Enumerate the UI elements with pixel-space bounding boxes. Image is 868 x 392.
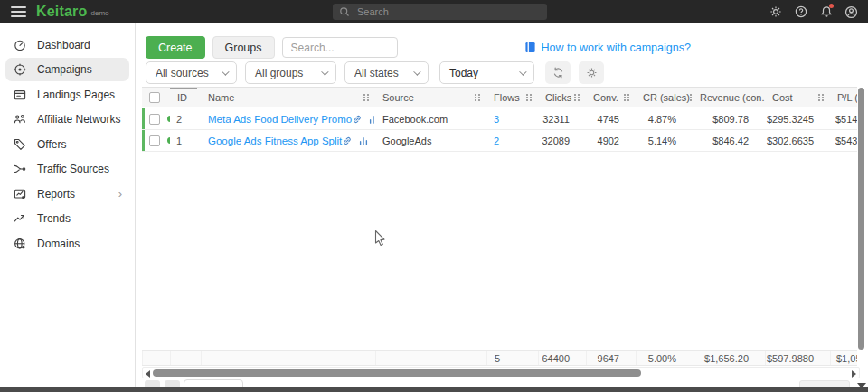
chevron-down-icon	[519, 68, 526, 75]
cell-id: 1	[170, 130, 201, 151]
sidebar-item-label: Affiliate Networks	[37, 113, 120, 126]
campaign-link-icon[interactable]	[342, 135, 353, 146]
select-all-checkbox[interactable]	[149, 92, 160, 103]
sidebar-item-label: Campaigns	[37, 63, 92, 76]
book-icon	[524, 42, 536, 53]
cell-cost: $302.6635	[765, 130, 830, 151]
totals-pl: $1,05	[830, 351, 857, 365]
global-search[interactable]	[333, 4, 547, 20]
date-range-select[interactable]: Today	[439, 61, 534, 84]
campaign-name-link[interactable]: Meta Ads Food Delivery Promo	[208, 114, 352, 125]
cell-flows: 2	[486, 130, 538, 151]
totals-flows: 5	[486, 351, 538, 365]
header-cell-checkbox	[142, 88, 170, 107]
header-cell-source[interactable]: Source	[375, 88, 486, 107]
column-drag-handle-icon[interactable]	[475, 94, 480, 101]
column-drag-handle-icon[interactable]	[624, 94, 629, 101]
horizontal-scrollbar[interactable]	[142, 367, 860, 378]
totals-cost: $597.9880	[765, 351, 830, 365]
horizontal-scrollbar-thumb[interactable]	[153, 369, 641, 377]
refresh-button[interactable]	[545, 61, 571, 84]
table-row[interactable]: 1 Google Ads Fitness App Split GoogleAds…	[142, 130, 857, 152]
sidebar-item-traffic-sources[interactable]: Traffic Sources	[5, 157, 129, 181]
sidebar-item-label: Domains	[37, 238, 80, 250]
search-icon	[339, 6, 350, 17]
sidebar-item-reports[interactable]: Reports ›	[5, 182, 129, 206]
cell-flows: 3	[486, 108, 538, 129]
header-cell-cost[interactable]: Cost	[765, 88, 830, 107]
chevron-down-icon	[222, 68, 229, 75]
topbar: Keitaro demo	[0, 0, 868, 23]
table-row[interactable]: 2 Meta Ads Food Delivery Promo Facebook.…	[142, 108, 857, 130]
chevron-down-icon	[413, 68, 420, 75]
cell-clicks: 32311	[538, 108, 586, 129]
header-cell-name[interactable]: Name	[201, 88, 375, 107]
settings-gear-icon[interactable]	[768, 5, 783, 20]
row-checkbox[interactable]	[149, 135, 160, 146]
campaign-name-link[interactable]: Google Ads Fitness App Split	[208, 135, 342, 146]
totals-empty	[170, 351, 201, 365]
header-cell-pl[interactable]: P/L (	[830, 88, 857, 107]
totals-cr: 5.00%	[636, 351, 693, 365]
sidebar-item-label: Offers	[37, 138, 66, 151]
sidebar-item-label: Dashboard	[37, 39, 90, 51]
notification-badge	[829, 4, 834, 8]
sources-filter-select[interactable]: All sources	[146, 61, 237, 84]
header-cell-id[interactable]: ID	[170, 88, 201, 107]
notifications-bell-icon[interactable]	[818, 5, 834, 20]
column-drag-handle-icon[interactable]	[363, 94, 369, 101]
date-range-value: Today	[449, 67, 478, 79]
sidebar-item-label: Landings Pages	[37, 89, 115, 101]
totals-clicks: 64400	[538, 351, 586, 365]
sidebar-item-label: Traffic Sources	[37, 163, 109, 175]
groups-filter-select[interactable]: All groups	[245, 61, 336, 84]
help-icon[interactable]	[793, 5, 808, 20]
column-drag-handle-icon[interactable]	[574, 94, 580, 101]
table-header: ID Name Source Flows Clicks Conv. CR (sa…	[142, 87, 857, 107]
sidebar-item-offers[interactable]: Offers	[5, 133, 129, 156]
scroll-left-arrow-icon[interactable]	[146, 370, 150, 378]
sidebar-item-affiliate-networks[interactable]: Affiliate Networks	[5, 107, 129, 131]
totals-empty	[201, 351, 375, 365]
flows-link[interactable]: 2	[494, 135, 499, 146]
campaign-stats-icon[interactable]	[368, 114, 375, 125]
column-drag-handle-icon[interactable]	[526, 94, 532, 101]
chevron-right-icon: ›	[118, 188, 122, 200]
table-settings-button[interactable]	[579, 61, 604, 84]
header-cell-cr[interactable]: CR (sales)	[636, 88, 693, 107]
sidebar-item-trends[interactable]: Trends	[5, 207, 129, 230]
header-cell-flows[interactable]: Flows	[486, 88, 538, 107]
hamburger-menu-icon[interactable]	[11, 4, 26, 20]
create-button[interactable]: Create	[146, 36, 205, 59]
help-campaigns-link[interactable]: How to work with campaigns?	[524, 42, 691, 54]
sidebar-item-label: Reports	[37, 188, 75, 201]
header-cell-conv[interactable]: Conv.	[586, 88, 636, 107]
campaign-search-input[interactable]	[282, 37, 398, 58]
sidebar-item-landings-pages[interactable]: Landings Pages	[5, 83, 129, 107]
campaigns-target-icon	[13, 62, 27, 77]
sidebar-item-dashboard[interactable]: Dashboard	[5, 33, 129, 57]
row-checkbox[interactable]	[149, 114, 160, 125]
column-drag-handle-icon[interactable]	[818, 94, 824, 101]
chevron-down-icon	[321, 68, 328, 75]
campaign-stats-icon[interactable]	[358, 135, 369, 146]
flows-link[interactable]: 3	[494, 114, 499, 125]
scroll-right-arrow-icon[interactable]	[852, 370, 856, 378]
totals-revenue: $1,656.20	[693, 351, 765, 365]
sidebar-item-campaigns[interactable]: Campaigns	[5, 58, 129, 81]
header-cell-revenue[interactable]: Revenue (con...	[693, 88, 765, 107]
user-account-icon[interactable]	[844, 5, 859, 20]
groups-button[interactable]: Groups	[212, 36, 275, 59]
global-search-input[interactable]	[355, 5, 541, 18]
header-cell-clicks[interactable]: Clicks	[538, 88, 586, 107]
brand-logo: Keitaro	[36, 4, 88, 20]
vertical-scrollbar-thumb[interactable]	[858, 88, 864, 350]
campaigns-toolbar: Create Groups How to work with campaigns…	[146, 36, 691, 59]
cell-name: Meta Ads Food Delivery Promo	[201, 108, 375, 129]
gear-icon	[585, 66, 599, 79]
states-filter-select[interactable]: All states	[344, 61, 429, 84]
sidebar-item-domains[interactable]: Domains	[5, 232, 129, 256]
row-actions	[352, 114, 375, 125]
trends-icon	[13, 211, 27, 226]
campaign-link-icon[interactable]	[352, 114, 363, 125]
